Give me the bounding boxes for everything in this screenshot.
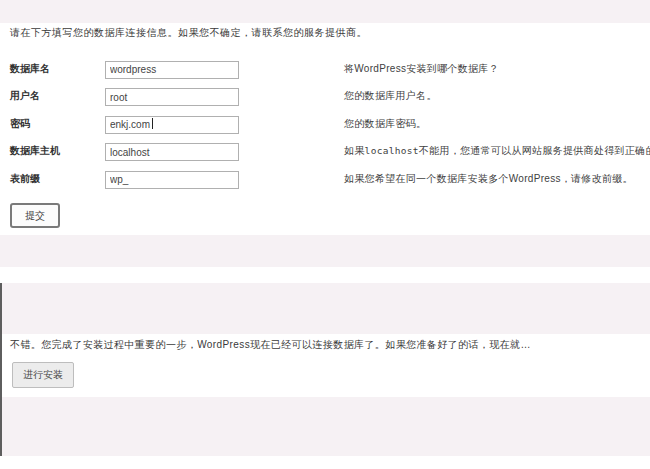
intro-text: 请在下方填写您的数据库连接信息。如果您不确定，请联系您的服务提供商。 [10,26,367,40]
password-hint: 您的数据库密码。 [344,117,426,131]
form-row-username: 用户名 您的数据库用户名。 [10,83,642,111]
submit-button[interactable]: 提交 [10,203,60,228]
username-label: 用户名 [10,89,105,103]
password-label: 密码 [10,117,105,131]
form-row-password: 密码 您的数据库密码。 [10,110,642,138]
database-host-label: 数据库主机 [10,144,105,158]
table-prefix-hint: 如果您希望在同一个数据库安装多个WordPress，请修改前缀。 [344,172,633,186]
table-prefix-input[interactable] [105,171,239,189]
form-row-database-name: 数据库名 将WordPress安装到哪个数据库？ [10,55,642,83]
database-host-hint-code: localhost [365,145,419,156]
database-host-input-wrap [105,142,239,162]
top-banner-band [0,0,650,23]
divider-band-lower [0,283,650,334]
divider-band-upper [0,235,650,267]
database-host-input[interactable] [105,143,239,161]
username-input-wrap [105,87,239,107]
username-input[interactable] [105,88,239,106]
database-host-hint-pre: 如果 [344,145,365,156]
password-input-wrap [105,114,239,134]
database-name-input[interactable] [105,61,239,79]
database-name-input-wrap [105,59,239,79]
text-cursor [152,118,153,129]
database-name-hint: 将WordPress安装到哪个数据库？ [344,62,499,76]
form-row-table-prefix: 表前缀 如果您希望在同一个数据库安装多个WordPress，请修改前缀。 [10,165,642,193]
database-connection-form: 数据库名 将WordPress安装到哪个数据库？ 用户名 您的数据库用户名。 密… [10,55,642,193]
database-name-label: 数据库名 [10,62,105,76]
username-hint: 您的数据库用户名。 [344,89,437,103]
wordpress-setup-page: 请在下方填写您的数据库连接信息。如果您不确定，请联系您的服务提供商。 数据库名 … [0,0,650,469]
database-host-hint-post: 不能用，您通常可以从网站服务提供商处得到正确的信息。 [419,145,650,156]
table-prefix-input-wrap [105,169,239,189]
run-install-button[interactable]: 进行安装 [12,362,74,388]
window-left-edge [0,283,2,456]
password-input[interactable] [105,116,239,134]
table-prefix-label: 表前缀 [10,172,105,186]
form-row-database-host: 数据库主机 如果localhost不能用，您通常可以从网站服务提供商处得到正确的… [10,138,642,166]
bottom-band [0,397,650,456]
database-host-hint: 如果localhost不能用，您通常可以从网站服务提供商处得到正确的信息。 [344,144,650,158]
success-message: 不错。您完成了安装过程中重要的一步，WordPress现在已经可以连接数据库了。… [10,338,531,352]
